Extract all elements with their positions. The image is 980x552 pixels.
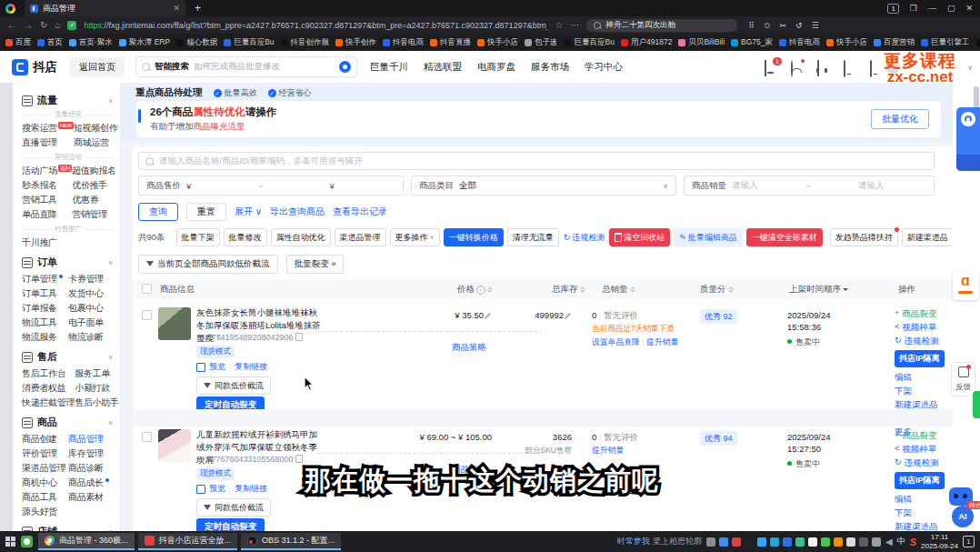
new-channel-button[interactable]: 新建渠道品 bbox=[902, 228, 953, 246]
batch-optimize-button[interactable]: 批量优化 bbox=[871, 109, 929, 129]
set-discount-link[interactable]: 设置单品直降 bbox=[592, 337, 640, 346]
menu-icon[interactable]: ☰ bbox=[812, 21, 819, 30]
row-checkbox[interactable] bbox=[142, 432, 152, 442]
sidebar-item[interactable]: 小额打款 bbox=[75, 381, 119, 396]
copy-icon[interactable] bbox=[295, 455, 303, 463]
tray-icon[interactable] bbox=[732, 537, 741, 547]
sidebar-item[interactable]: 物流诊断 bbox=[68, 330, 115, 345]
tray-icon[interactable] bbox=[859, 537, 868, 547]
col-time[interactable]: 上架时间顺序 bbox=[789, 284, 848, 296]
toolbar-button[interactable]: 属性自动优化 bbox=[271, 228, 331, 246]
apps-grid-icon[interactable]: ⠿ bbox=[748, 21, 755, 30]
intercept-button[interactable]: 同款低价截流 bbox=[196, 376, 271, 395]
product-image[interactable] bbox=[158, 307, 191, 340]
bookmark-item[interactable]: 贝贝BiliBili bbox=[678, 37, 725, 48]
ssl-shield-icon[interactable]: ✓ bbox=[67, 21, 76, 30]
bookmark-item[interactable]: 用户491872 bbox=[621, 37, 672, 48]
convert-price-button[interactable]: 一键转换价格 bbox=[444, 228, 504, 246]
sidebar-item[interactable]: 评价管理 bbox=[22, 447, 68, 461]
feedback-button[interactable]: 反馈 bbox=[951, 362, 975, 396]
favorites-icon[interactable]: ✩ bbox=[764, 21, 771, 30]
bookmark-item[interactable]: 百度营销 bbox=[874, 37, 915, 48]
sidebar-item[interactable]: 短视频创作 bbox=[74, 121, 118, 135]
row-checkbox[interactable] bbox=[142, 310, 152, 320]
sidebar-section-店铺[interactable]: 店铺∧ bbox=[22, 525, 115, 531]
page-intercept-button[interactable]: 当前页全部商品同款低价截流 bbox=[138, 255, 278, 274]
sidebar-item[interactable]: 秒杀报名 bbox=[22, 178, 72, 193]
sidebar-section-商品[interactable]: 商品∧ bbox=[22, 416, 115, 429]
op-link[interactable]: +商品裂变 bbox=[895, 306, 953, 320]
bookmark-item[interactable]: 首页 bbox=[37, 37, 63, 48]
notification-center-icon[interactable]: 1 bbox=[963, 536, 975, 547]
header-nav-item[interactable]: 学习中心 bbox=[585, 61, 623, 74]
ime-indicator[interactable]: 中 bbox=[897, 536, 905, 547]
export-history-link[interactable]: 查看导出记录 bbox=[333, 206, 387, 218]
col-score[interactable]: 质量分 bbox=[700, 284, 734, 296]
sidebar-item[interactable]: 营销工具 bbox=[22, 193, 72, 207]
back-icon[interactable]: ← bbox=[7, 20, 16, 30]
copy-link[interactable]: 复制链接 bbox=[235, 361, 267, 373]
smart-search-input[interactable]: 智能搜索 如何完成商品批量修改 bbox=[135, 56, 357, 77]
product-image[interactable] bbox=[158, 429, 191, 462]
col-sales[interactable]: 总销量 bbox=[602, 284, 635, 296]
sidebar-item[interactable]: 活动广场福利 bbox=[22, 164, 72, 178]
sogou-icon[interactable]: S bbox=[910, 537, 916, 547]
preview-link[interactable]: 预览 bbox=[209, 361, 225, 373]
clear-material-button[interactable]: 一键清空全部素材 bbox=[746, 228, 823, 246]
sidebar-item[interactable]: 优价推手 bbox=[72, 178, 116, 193]
ai-assistant-button[interactable]: AI待办 bbox=[952, 506, 974, 527]
close-button[interactable]: ✕ bbox=[965, 4, 973, 13]
sidebar-item[interactable]: 消费者权益 bbox=[22, 381, 75, 396]
bookmark-item[interactable]: BG75_家 bbox=[731, 37, 773, 48]
bookmark-item[interactable]: 包子迷 bbox=[525, 37, 558, 48]
bookmark-item[interactable]: 巨量百应Bu bbox=[224, 37, 274, 48]
maximize-button[interactable]: ▢ bbox=[947, 4, 955, 13]
header-nav-item[interactable]: 巨量千川 bbox=[370, 61, 408, 74]
op-button[interactable]: 抖店IP隔离 bbox=[895, 350, 945, 367]
sidebar-item[interactable]: 发货中心 bbox=[68, 286, 115, 301]
export-products-link[interactable]: 导出查询商品 bbox=[270, 206, 325, 218]
browser-tab[interactable]: 商品管理 ✕ bbox=[25, 0, 185, 16]
sidebar-item[interactable]: 搜索运营NEW bbox=[22, 121, 74, 135]
header-nav-item[interactable]: 电商罗盘 bbox=[477, 61, 515, 74]
op-link[interactable]: 下架 bbox=[895, 506, 953, 519]
op-button[interactable]: 抖店IP隔离 bbox=[895, 472, 945, 489]
volume-icon[interactable]: ◀ bbox=[885, 537, 893, 547]
monitor-icon[interactable] bbox=[844, 61, 855, 73]
sidebar-section-订单[interactable]: 订单∧ bbox=[22, 256, 115, 269]
clean-traffic-button[interactable]: 清理无流量 bbox=[507, 228, 559, 246]
taskbar-app[interactable]: OBS 31.1.2 - 配置... bbox=[241, 533, 341, 550]
toolbar-button[interactable]: 批量修改 bbox=[224, 228, 267, 246]
bookmark-item[interactable]: 首页·聚水 bbox=[69, 37, 113, 48]
url-field[interactable]: https://fxg.jinritemai.com/ffa/g/list?bt… bbox=[84, 21, 547, 30]
tray-icon[interactable] bbox=[706, 537, 715, 547]
history-icon[interactable]: ↺ bbox=[795, 21, 803, 30]
bookmark-item[interactable]: 快手小店 bbox=[826, 37, 867, 48]
tray-icon[interactable] bbox=[872, 537, 881, 547]
trend-support-button[interactable]: 发趋势品得扶持 bbox=[830, 228, 898, 246]
edit-icon[interactable] bbox=[565, 312, 572, 318]
sidebar-item[interactable]: 商品素材 bbox=[68, 490, 115, 505]
select-all-checkbox[interactable] bbox=[142, 284, 152, 294]
sidebar-item[interactable]: 源头好货 bbox=[22, 505, 68, 519]
sidebar-item[interactable]: 超值购报名 bbox=[72, 164, 116, 178]
op-link[interactable]: 编辑 bbox=[895, 370, 953, 384]
tray-icon[interactable] bbox=[745, 537, 754, 547]
sidebar-item[interactable]: 直播管理 bbox=[22, 135, 74, 150]
taskbar-app[interactable]: 商品管理 - 360极... bbox=[38, 533, 135, 550]
workbench-icon[interactable] bbox=[870, 61, 882, 73]
sidebar-item[interactable]: 订单管理 bbox=[22, 272, 68, 286]
pinned-app-icon[interactable] bbox=[21, 536, 33, 547]
bookmark-item[interactable]: 抖音电商 bbox=[779, 37, 820, 48]
bookmark-item[interactable]: 巨量百应Bu bbox=[565, 37, 615, 48]
tray-icon[interactable] bbox=[821, 537, 830, 547]
op-link[interactable]: 新建渠道品 bbox=[895, 519, 953, 531]
sidebar-item[interactable]: 优惠券 bbox=[72, 193, 116, 207]
op-link[interactable]: +商品裂变 bbox=[895, 428, 953, 442]
sidebar-item[interactable]: 快递拦截管理 bbox=[22, 396, 75, 410]
bookmark-star-icon[interactable]: ☆ bbox=[555, 20, 563, 30]
bookmark-item[interactable]: 抖音电商 bbox=[383, 37, 424, 48]
op-link[interactable]: ↻违规检测 bbox=[895, 456, 953, 469]
forward-icon[interactable]: → bbox=[24, 20, 33, 30]
op-link[interactable]: <视频种草 bbox=[895, 442, 953, 456]
